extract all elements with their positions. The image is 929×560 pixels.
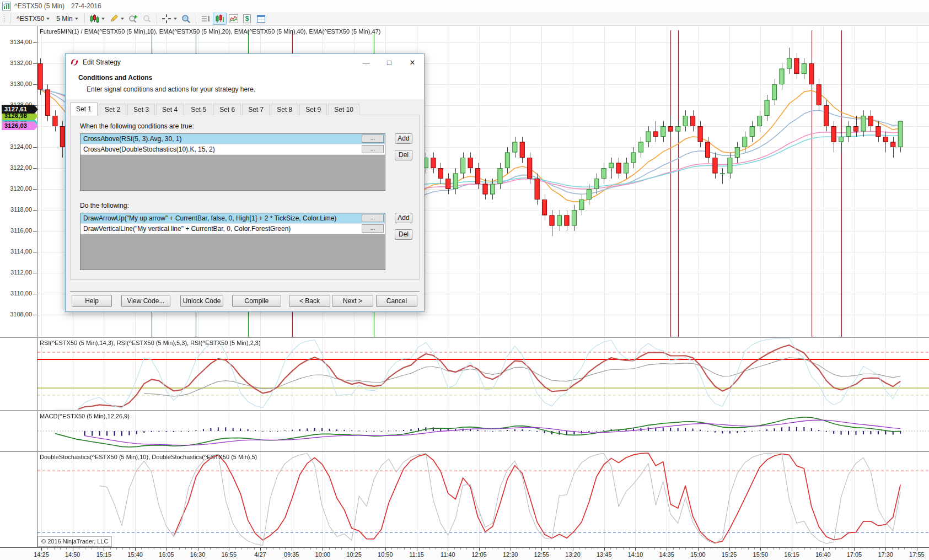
time-axis-tick [917,548,917,551]
crosshair-button[interactable] [160,13,179,25]
instrument-selector[interactable]: ^ESTX50 [13,13,53,24]
market-analyzer-button[interactable] [199,13,213,25]
window-title-date: 27-4-2016 [71,2,101,10]
condition-row-text: CrossAbove(RSI(5, 3).Avg, 30, 1) [83,135,182,143]
zoom-out-button[interactable] [140,13,154,25]
macd-panel-canvas[interactable] [37,411,929,451]
unlock-code-button[interactable]: Unlock Code [180,295,223,307]
time-axis-minor-tick [335,548,336,550]
time-axis-tick [73,548,73,551]
indicators-icon [229,14,238,23]
tab-set-5[interactable]: Set 5 [185,104,212,115]
action-edit-button[interactable]: ... [362,214,384,222]
stochastics-panel-canvas[interactable] [37,452,929,547]
conditions-list[interactable]: CrossAbove(RSI(5, 3).Avg, 30, 1)...Cross… [80,133,385,191]
delete-condition-button[interactable]: Del [395,150,412,160]
help-button[interactable]: Help [72,295,112,307]
chevron-down-icon [101,18,105,20]
time-axis-label: 14:35 [653,551,680,558]
magnifier-button[interactable] [179,13,193,25]
time-axis-minor-tick [692,548,692,550]
time-axis-label: 15:40 [121,551,149,558]
condition-edit-button[interactable]: ... [362,134,384,143]
draw-tool-button[interactable] [107,13,126,25]
separator [157,14,157,24]
dialog-titlebar[interactable]: Edit Strategy — □ ✕ [66,54,424,71]
time-axis-minor-tick [404,548,405,550]
actions-list[interactable]: DrawArrowUp("My up arrow" + CurrentBar, … [80,213,385,270]
time-axis-minor-tick [817,548,817,550]
time-axis-minor-tick [798,548,798,550]
account-dollar-icon: $ [243,14,252,23]
time-axis-minor-tick [748,548,749,550]
time-axis-tick [135,548,136,551]
view-code-button[interactable]: View Code... [121,295,170,307]
action-row[interactable]: DrawVerticalLine("My vertical line" + Cu… [80,224,385,234]
tab-set-9[interactable]: Set 9 [299,104,327,115]
time-axis-label: 17:55 [903,551,929,558]
time-axis-tick [823,548,824,551]
dialog-header-band: Conditions and Actions Enter signal cond… [66,71,424,99]
actions-label: Do the following: [80,202,129,209]
time-axis-minor-tick [60,548,61,550]
panel-splitter[interactable] [0,451,929,452]
time-axis[interactable]: 14:2514:5015:1515:4016:0516:3016:554/270… [0,547,929,560]
tab-set-6[interactable]: Set 6 [213,104,241,115]
rsi-panel-canvas[interactable] [37,338,929,410]
chart-style-button[interactable] [88,13,107,25]
time-axis-minor-tick [92,548,92,550]
chart-series-label: Future5MIN(1) / EMA(^ESTX50 (5 Min),10),… [40,28,380,35]
account-data-button[interactable]: $ [240,13,254,25]
tab-set-3[interactable]: Set 3 [127,104,155,115]
time-axis-minor-tick [648,548,648,550]
tab-set-4[interactable]: Set 4 [156,104,184,115]
price-axis-label: 3132,00 [0,60,32,66]
tab-set-10[interactable]: Set 10 [328,104,359,115]
chart-trader-button[interactable] [213,13,227,25]
action-row[interactable]: DrawArrowUp("My up arrow" + CurrentBar, … [80,213,385,224]
time-axis-minor-tick [160,548,160,550]
panel-splitter[interactable] [0,410,929,411]
time-axis-minor-tick [310,548,311,550]
time-axis-tick [479,548,480,551]
panel-splitter[interactable] [0,337,929,338]
tab-set-7[interactable]: Set 7 [242,104,270,115]
condition-row[interactable]: CrossAbove(RSI(5, 3).Avg, 30, 1)... [80,134,385,144]
tab-set-2[interactable]: Set 2 [99,104,126,115]
next-button[interactable]: Next > [332,295,373,307]
time-axis-minor-tick [873,548,873,550]
time-axis-tick [354,548,355,551]
delete-action-button[interactable]: Del [395,229,412,240]
maximize-button[interactable]: □ [378,54,401,71]
compile-button[interactable]: Compile [232,295,281,307]
close-button[interactable]: ✕ [401,54,424,71]
back-button[interactable]: < Back [289,295,330,307]
action-edit-button[interactable]: ... [362,224,384,233]
time-axis-minor-tick [85,548,85,550]
tab-set-8[interactable]: Set 8 [271,104,298,115]
cancel-button[interactable]: Cancel [376,295,417,307]
time-axis-minor-tick [254,548,255,550]
time-axis-label: 16:15 [778,551,806,558]
add-condition-button[interactable]: Add [395,133,412,144]
time-axis-minor-tick [442,548,442,550]
minimize-button[interactable]: — [355,54,378,71]
toolbar-grip[interactable] [3,14,6,23]
condition-row[interactable]: CrossAbove(DoubleStochastics(10).K, 15, … [80,144,385,155]
add-action-button[interactable]: Add [395,213,412,223]
tab-set-1[interactable]: Set 1 [70,103,98,116]
time-axis-minor-tick [654,548,655,550]
data-grid-button[interactable] [254,13,268,25]
indicators-button[interactable] [227,13,240,25]
time-axis-minor-tick [304,548,304,550]
interval-selector[interactable]: 5 Min [53,13,81,24]
time-axis-minor-tick [235,548,236,550]
time-axis-minor-tick [517,548,517,550]
condition-edit-button[interactable]: ... [362,145,384,153]
time-axis-label: 15:25 [716,551,743,558]
time-axis-tick [198,548,198,551]
time-axis-tick [541,548,542,551]
zoom-in-button[interactable] [126,13,140,25]
time-axis-minor-tick [560,548,561,550]
time-axis-label: 17:05 [840,551,868,558]
